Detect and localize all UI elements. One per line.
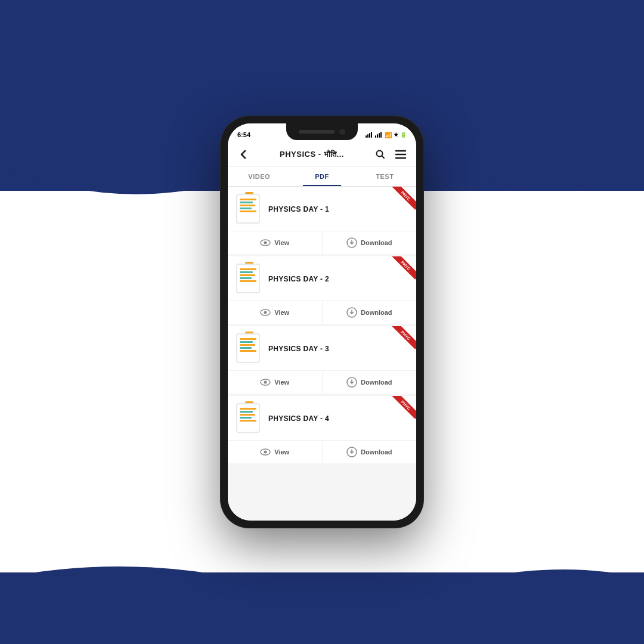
phone-mockup: 6:54 📶 ★ 🔋 — [221, 116, 423, 528]
ribbon-2: PHYC — [388, 256, 416, 285]
phone-camera — [339, 129, 345, 135]
download-button-4[interactable]: Download — [323, 441, 417, 463]
pdf-title-4: PHYSICS DAY - 4 — [268, 414, 329, 423]
eye-icon — [260, 239, 271, 247]
view-button-2[interactable]: View — [228, 301, 323, 324]
pdf-inner — [236, 333, 260, 363]
eye-icon — [260, 378, 271, 386]
phone-body: 6:54 📶 ★ 🔋 — [221, 116, 423, 528]
download-button-1[interactable]: Download — [323, 231, 417, 254]
pdf-line — [240, 347, 252, 349]
download-button-3[interactable]: Download — [323, 371, 417, 394]
svg-point-11 — [264, 451, 267, 454]
pdf-actions-2: View Download — [228, 301, 416, 324]
pdf-actions-1: View Download — [228, 231, 416, 254]
pdf-card-4: PHYC — [228, 396, 416, 463]
pdf-line — [240, 411, 253, 413]
pdf-inner — [236, 403, 260, 433]
phone-notch — [286, 123, 358, 140]
header-icons — [373, 147, 408, 162]
view-button-4[interactable]: View — [228, 441, 323, 463]
search-button[interactable] — [373, 147, 388, 162]
phone-speaker — [299, 130, 335, 134]
download-icon — [346, 377, 357, 388]
pdf-line — [240, 277, 252, 279]
svg-point-2 — [264, 242, 267, 244]
back-button[interactable] — [236, 147, 250, 162]
pdf-lines — [237, 265, 259, 286]
pdf-icon-3 — [236, 333, 262, 364]
download-icon — [346, 237, 357, 248]
app-header: PHYSICS - भौति... — [228, 143, 416, 167]
ribbon-3: PHYC — [388, 326, 416, 355]
pdf-line — [240, 417, 252, 419]
tab-pdf[interactable]: PDF — [290, 167, 353, 186]
phone-screen: 6:54 📶 ★ 🔋 — [228, 123, 416, 521]
pdf-line — [240, 202, 253, 203]
pdf-line — [240, 208, 252, 209]
pdf-line — [240, 338, 256, 340]
menu-button[interactable] — [394, 147, 408, 162]
pdf-line — [240, 341, 253, 343]
wave-bottom — [0, 555, 644, 614]
pdf-lines — [237, 404, 259, 425]
bluetooth-icon: ★ — [394, 132, 398, 138]
download-button-2[interactable]: Download — [323, 301, 417, 324]
status-icons: 📶 ★ 🔋 — [366, 132, 407, 138]
content-area: PHYC — [228, 187, 416, 521]
wifi-icon: 📶 — [385, 132, 392, 138]
pdf-line — [240, 205, 255, 206]
pdf-card-2: PHYC — [228, 256, 416, 324]
pdf-title-2: PHYSICS DAY - 2 — [268, 275, 329, 283]
ribbon-1: PHYC — [388, 187, 416, 215]
svg-point-8 — [264, 381, 267, 384]
pdf-lines — [237, 195, 259, 216]
pdf-actions-4: View Download — [228, 440, 416, 463]
download-icon — [346, 447, 357, 457]
pdf-icon-4 — [236, 403, 262, 434]
view-button-3[interactable]: View — [228, 371, 323, 394]
pdf-line — [240, 420, 256, 422]
pdf-line — [240, 274, 255, 276]
pdf-title-3: PHYSICS DAY - 3 — [268, 345, 329, 353]
tab-test[interactable]: TEST — [354, 167, 416, 186]
status-time: 6:54 — [237, 131, 250, 138]
pdf-line — [240, 408, 256, 410]
pdf-inner — [236, 264, 260, 293]
pdf-line — [240, 268, 256, 270]
header-title: PHYSICS - भौति... — [280, 150, 344, 159]
battery-icon: 🔋 — [400, 132, 407, 138]
download-icon — [346, 307, 357, 318]
pdf-icon-1 — [236, 194, 262, 225]
hamburger-icon — [395, 150, 407, 159]
signal-icon — [366, 132, 372, 138]
search-icon — [375, 149, 386, 160]
pdf-line — [240, 350, 256, 352]
tab-bar: VIDEO PDF TEST — [228, 167, 416, 187]
signal-icon-2 — [375, 132, 382, 138]
pdf-line — [240, 344, 255, 346]
eye-icon — [260, 448, 271, 456]
pdf-card-1: PHYC — [228, 187, 416, 254]
pdf-line — [240, 414, 255, 416]
pdf-lines — [237, 335, 259, 355]
pdf-title-1: PHYSICS DAY - 1 — [268, 205, 329, 213]
pdf-line — [240, 210, 256, 212]
pdf-line — [240, 271, 253, 273]
pdf-actions-3: View Download — [228, 370, 416, 394]
tab-video[interactable]: VIDEO — [228, 167, 290, 186]
pdf-card-3: PHYC — [228, 326, 416, 394]
svg-point-5 — [264, 311, 267, 314]
pdf-inner — [236, 194, 260, 224]
pdf-line — [240, 199, 256, 200]
pdf-line — [240, 280, 256, 282]
view-button-1[interactable]: View — [228, 231, 323, 254]
pdf-icon-2 — [236, 264, 262, 295]
eye-icon — [260, 308, 271, 317]
ribbon-4: PHYC — [388, 396, 416, 425]
